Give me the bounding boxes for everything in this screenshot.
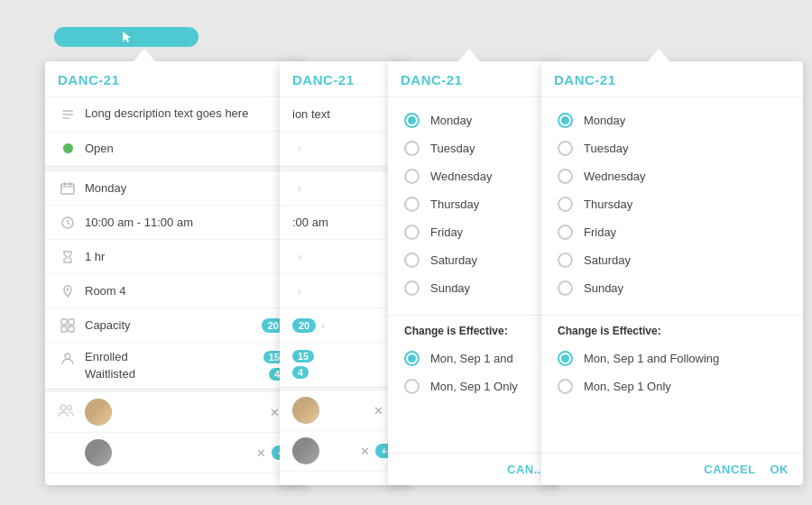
panel3-header: DANC-21	[388, 61, 559, 97]
panel4-effective-label-2: Mon, Sep 1 Only	[584, 380, 671, 393]
panel2-duration-chevron: ›	[298, 251, 301, 263]
panel3-radio-monday-inner	[408, 116, 416, 124]
panel3-day-tuesday[interactable]: Tuesday	[388, 134, 559, 162]
panel3-effective-radio-1-inner	[408, 354, 416, 363]
panel4-day-tuesday[interactable]: Tuesday	[541, 134, 803, 162]
panel4-day-sunday[interactable]: Sunday	[541, 274, 803, 302]
panel1-title: DANC-21	[58, 72, 120, 87]
panel2-day-chevron: ›	[298, 182, 301, 195]
panel3-label-sunday: Sunday	[430, 281, 470, 295]
panel4-effective-option-1[interactable]: Mon, Sep 1 and Following	[558, 344, 787, 372]
svg-point-11	[67, 288, 69, 290]
panel4-radio-saturday[interactable]	[558, 252, 573, 268]
panel1-description-row[interactable]: Long description text goes here ›	[45, 97, 307, 132]
panel3-day-thursday[interactable]: Thursday	[388, 190, 559, 218]
panel1-enrolled-label: Enrolled	[85, 350, 256, 363]
panel3-radio-tuesday[interactable]	[404, 141, 420, 156]
svg-rect-4	[61, 184, 74, 194]
panel1-location: Room 4	[85, 284, 285, 298]
panel4-day-monday[interactable]: Monday	[541, 106, 803, 134]
panel3-label-friday: Friday	[430, 225, 463, 239]
panel1-capacity-row[interactable]: Capacity 20 ›	[45, 308, 307, 343]
panel4-effective-option-2[interactable]: Mon, Sep 1 Only	[558, 372, 787, 400]
status-icon	[58, 143, 78, 153]
panel4-effective-radio-2[interactable]	[558, 379, 573, 394]
panel4-radio-wednesday[interactable]	[558, 169, 573, 184]
panel4-label-wednesday: Wednesday	[584, 170, 645, 183]
panel4-effective-radio-1[interactable]	[558, 351, 573, 366]
panel4-day-list: Monday Tuesday Wednesday Thursday Friday…	[541, 97, 803, 311]
panel-1: DANC-21 ✕ Long description text goes her…	[45, 61, 307, 485]
panel4-day-wednesday[interactable]: Wednesday	[541, 162, 803, 190]
panel2-avatar-1	[292, 397, 319, 424]
status-dot	[63, 143, 73, 153]
panel1-day-row[interactable]: Monday ›	[45, 171, 307, 206]
svg-rect-12	[61, 319, 67, 325]
panel4-ok-button[interactable]: OK	[770, 463, 789, 476]
panel2-capacity-badge: 20	[292, 318, 316, 333]
panel3-day-wednesday[interactable]: Wednesday	[388, 162, 559, 190]
panel3-day-saturday[interactable]: Saturday	[388, 246, 559, 274]
panel1-avatar-row-1[interactable]: ✕ ›	[45, 392, 307, 433]
panel1-enrolled-row[interactable]: Enrolled 15 Waitlisted 4 ›	[45, 343, 307, 389]
panel4-radio-tuesday[interactable]	[558, 141, 573, 156]
panel3-effective-radio-2[interactable]	[404, 379, 420, 394]
panel3-radio-thursday[interactable]	[404, 197, 420, 212]
panel3-radio-friday[interactable]	[404, 225, 420, 240]
panel3-label-saturday: Saturday	[430, 253, 477, 267]
svg-line-10	[68, 223, 70, 225]
svg-rect-1	[62, 110, 73, 112]
avatar-1	[85, 399, 112, 426]
panel1-time-row[interactable]: 10:00 am - 11:00 am ›	[45, 206, 307, 240]
panel4-day-thursday[interactable]: Thursday	[541, 190, 803, 218]
panel-4: DANC-21 Monday Tuesday Wednesday Thursda…	[541, 61, 803, 485]
panel3-radio-saturday[interactable]	[404, 252, 420, 268]
panel4-radio-thursday[interactable]	[558, 197, 573, 212]
panel2-avatar-2	[292, 437, 319, 464]
panel3-effective-option-1[interactable]: Mon, Sep 1 and	[404, 344, 543, 372]
panel2-title: DANC-21	[292, 72, 355, 87]
panel4-header: DANC-21	[541, 61, 803, 97]
panel3-radio-wednesday[interactable]	[404, 169, 420, 184]
panel3-day-list: Monday Tuesday Wednesday Thursday Friday…	[388, 97, 559, 311]
panel4-day-friday[interactable]: Friday	[541, 218, 803, 246]
panel1-waitlisted-label: Waitlisted	[85, 367, 262, 381]
panel3-label-monday: Monday	[430, 114, 472, 127]
people-icon-1	[58, 402, 78, 422]
panel1-location-row[interactable]: Room 4 ›	[45, 274, 307, 308]
panel4-effective-label-1: Mon, Sep 1 and Following	[584, 352, 719, 365]
panel4-radio-friday[interactable]	[558, 225, 573, 240]
panel4-radio-sunday[interactable]	[558, 280, 573, 296]
panel3-effective-label-1: Mon, Sep 1 and	[430, 352, 513, 365]
panel3-effective-label-2: Mon, Sep 1 Only	[430, 380, 518, 393]
description-icon	[58, 107, 78, 122]
avatar-2	[85, 439, 112, 466]
panel2-remove-2-button[interactable]: ✕	[360, 445, 370, 458]
panel3-radio-sunday[interactable]	[404, 280, 420, 296]
panel3-label-thursday: Thursday	[430, 197, 479, 211]
panel2-remove-1-button[interactable]: ✕	[374, 404, 383, 418]
panel-3: DANC-21 Monday Tuesday Wednesday Thursda…	[388, 61, 559, 485]
svg-rect-14	[61, 326, 67, 332]
remove-avatar-1-button[interactable]: ✕	[270, 406, 280, 419]
panel4-cancel-button[interactable]: CANCEL	[704, 463, 755, 476]
panel3-cancel-button[interactable]: CAN...	[507, 463, 545, 476]
panel1-duration-row[interactable]: 1 hr ›	[45, 240, 307, 274]
capacity-icon	[58, 318, 78, 333]
panel3-day-monday[interactable]: Monday	[388, 106, 559, 134]
panel3-effective-option-2[interactable]: Mon, Sep 1 Only	[404, 372, 543, 400]
panel3-day-friday[interactable]: Friday	[388, 218, 559, 246]
location-icon	[58, 284, 78, 298]
panel2-status-chevron: ›	[298, 142, 301, 155]
panel1-avatar-row-2[interactable]: ✕ +1	[45, 433, 307, 473]
panel1-status-row[interactable]: Open ›	[45, 132, 307, 166]
clock-icon	[58, 216, 78, 230]
panel3-radio-monday[interactable]	[404, 113, 420, 128]
panel4-radio-monday[interactable]	[558, 113, 573, 128]
panel3-day-sunday[interactable]: Sunday	[388, 274, 559, 302]
remove-avatar-2-button[interactable]: ✕	[256, 446, 266, 460]
panel3-effective-radio-1[interactable]	[404, 351, 420, 366]
panel2-enrolled-badge: 15	[292, 350, 314, 363]
panel4-day-saturday[interactable]: Saturday	[541, 246, 803, 274]
panel2-time: :00 am	[292, 216, 389, 229]
